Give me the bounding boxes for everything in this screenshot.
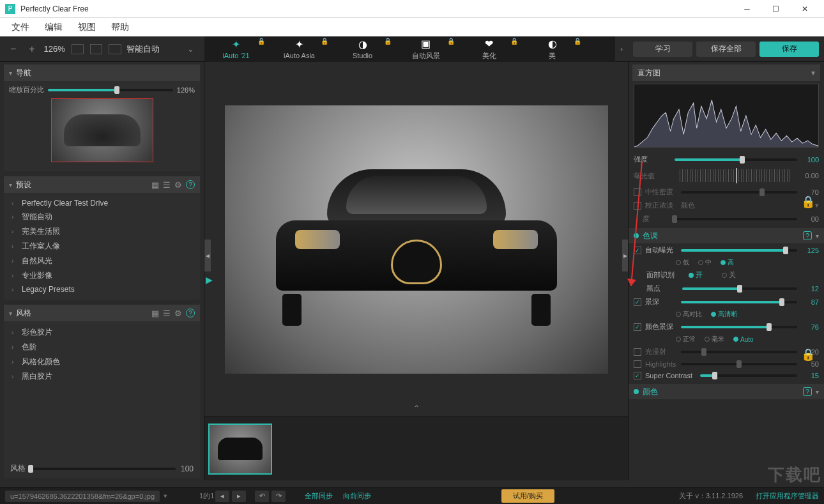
redo-button[interactable]: ↷: [271, 491, 286, 502]
face-on[interactable]: 开: [689, 270, 703, 280]
help-icon[interactable]: ?: [803, 231, 812, 240]
trial-buy-button[interactable]: 试用/购买: [501, 489, 554, 503]
learn-button[interactable]: 学习: [633, 42, 692, 57]
highlights-checkbox[interactable]: [634, 360, 641, 368]
style-item-3[interactable]: ›黑白胶片: [9, 369, 195, 384]
color-section-head[interactable]: 颜色 ? ▾: [629, 384, 824, 399]
preset-label: 工作室人像: [22, 241, 60, 252]
help-icon[interactable]: ?: [186, 309, 195, 317]
look-4[interactable]: 🔒❤美化: [457, 36, 521, 62]
depth-slider[interactable]: [681, 301, 797, 303]
menu-help[interactable]: 帮助: [103, 19, 137, 36]
opt-low[interactable]: 低: [676, 258, 689, 267]
neutral-density-checkbox[interactable]: [634, 188, 641, 196]
undo-button[interactable]: ↶: [255, 491, 269, 502]
save-all-button[interactable]: 保存全部: [696, 42, 756, 57]
preset-item-2[interactable]: ›完美生活照: [9, 224, 195, 239]
preset-item-6[interactable]: ›Legacy Presets: [9, 283, 195, 296]
look-5[interactable]: 🔒◐美: [521, 36, 584, 62]
sync-forward-button[interactable]: 向前同步: [343, 491, 371, 501]
looks-next-button[interactable]: ›: [615, 45, 628, 54]
face-off[interactable]: 关: [722, 270, 736, 280]
style-item-0[interactable]: ›彩色胶片: [9, 325, 195, 340]
look-3[interactable]: 🔒▣自动风景: [394, 36, 457, 62]
panel-title: 风格: [16, 308, 31, 319]
color-depth-checkbox[interactable]: [634, 323, 641, 331]
highlights-slider: [681, 363, 797, 365]
caret-right-icon: ›: [11, 243, 19, 250]
sync-all-button[interactable]: 全部同步: [305, 491, 333, 501]
diffuse-checkbox[interactable]: [634, 348, 641, 356]
menu-view[interactable]: 视图: [70, 19, 103, 36]
exposure-comb-slider[interactable]: [680, 169, 792, 182]
opt-high[interactable]: 高: [721, 258, 734, 267]
app-manager-link[interactable]: 打开应用程序管理器: [756, 491, 819, 501]
auto-expose-checkbox[interactable]: [634, 247, 641, 254]
chevron-down-icon: ▾: [9, 181, 12, 188]
lock-icon: 🔒: [384, 38, 392, 45]
filmstrip-thumbnail[interactable]: [208, 424, 272, 475]
maximize-button[interactable]: ☐: [761, 0, 790, 18]
menu-edit[interactable]: 编辑: [37, 19, 70, 36]
list-view-icon[interactable]: ☰: [163, 180, 171, 190]
opt-auto[interactable]: Auto: [733, 335, 754, 344]
grid-view-icon[interactable]: ▦: [151, 309, 159, 318]
view-split-h-button[interactable]: [90, 44, 102, 54]
left-panel-toggle[interactable]: ◂: [204, 240, 211, 271]
list-view-icon[interactable]: ☰: [163, 309, 171, 318]
super-contrast-slider[interactable]: [700, 374, 797, 377]
super-contrast-checkbox[interactable]: [634, 372, 641, 379]
navigator-thumbnail[interactable]: [51, 98, 153, 162]
opt-contrast[interactable]: 高对比: [676, 310, 702, 319]
close-button[interactable]: ✕: [790, 0, 819, 18]
preset-dropdown[interactable]: 智能自动 ⌄: [126, 43, 194, 55]
black-point-slider[interactable]: [682, 287, 797, 290]
opt-normal[interactable]: 正常: [676, 335, 696, 344]
grid-view-icon[interactable]: ▦: [151, 180, 159, 190]
zoom-in-button[interactable]: +: [25, 42, 38, 56]
gear-icon[interactable]: ⚙: [174, 309, 182, 318]
filmstrip-collapse-icon[interactable]: ⌃: [413, 404, 420, 413]
histogram-panel-head[interactable]: 直方图 ▾: [632, 65, 820, 81]
preset-label: 智能自动: [22, 211, 52, 222]
chevron-down-icon: ▾: [816, 233, 819, 240]
help-icon[interactable]: ?: [803, 387, 812, 396]
opt-mid[interactable]: 中: [698, 258, 712, 267]
minimize-button[interactable]: ─: [733, 0, 761, 18]
preset-item-5[interactable]: ›专业影像: [9, 268, 195, 283]
nav-zoom-slider[interactable]: [48, 89, 173, 91]
preset-item-0[interactable]: ›Perfectly Clear Test Drive: [9, 197, 195, 210]
style-item-1[interactable]: ›色阶: [9, 340, 195, 355]
next-button[interactable]: ▸: [232, 491, 246, 502]
opt-mm[interactable]: 毫米: [705, 335, 724, 344]
opt-crisp[interactable]: 高清晰: [711, 310, 737, 319]
presets-panel-head[interactable]: ▾ 预设 ▦ ☰ ⚙ ?: [4, 176, 200, 193]
menu-file[interactable]: 文件: [4, 19, 37, 36]
depth-checkbox[interactable]: [634, 298, 641, 306]
preset-item-3[interactable]: ›工作室人像: [9, 239, 195, 254]
look-2[interactable]: 🔒◑Studio: [331, 36, 394, 62]
help-icon[interactable]: ?: [186, 180, 195, 189]
style-item-2[interactable]: ›风格化颜色: [9, 355, 195, 369]
gear-icon[interactable]: ⚙: [174, 180, 182, 190]
preset-item-4[interactable]: ›自然风光: [9, 254, 195, 268]
preset-item-1[interactable]: ›智能自动: [9, 210, 195, 224]
color-depth-slider[interactable]: [681, 326, 797, 328]
view-single-button[interactable]: [72, 44, 84, 54]
canvas-area: ◂ ▶ ▸ ⌃: [204, 62, 628, 480]
correct-checkbox[interactable]: [634, 202, 641, 210]
look-1[interactable]: 🔒✦iAuto Asia: [268, 36, 331, 62]
tone-section-head[interactable]: 色调 ? ▾: [629, 228, 824, 243]
zoom-out-button[interactable]: −: [6, 42, 20, 56]
intensity-slider[interactable]: [675, 158, 797, 161]
view-split-v-button[interactable]: [109, 44, 121, 54]
prev-button[interactable]: ◂: [215, 491, 229, 502]
look-0[interactable]: 🔒✦iAuto '21: [204, 36, 268, 62]
styles-panel-head[interactable]: ▾ 风格 ▦ ☰ ⚙ ?: [4, 305, 200, 321]
auto-expose-slider[interactable]: [681, 249, 797, 252]
style-strength-slider[interactable]: [31, 468, 176, 470]
save-button[interactable]: 保存: [759, 42, 819, 57]
image-canvas[interactable]: [225, 105, 608, 374]
chevron-down-icon[interactable]: ▾: [164, 492, 167, 500]
navigation-panel-head[interactable]: ▾ 导航: [4, 65, 200, 81]
